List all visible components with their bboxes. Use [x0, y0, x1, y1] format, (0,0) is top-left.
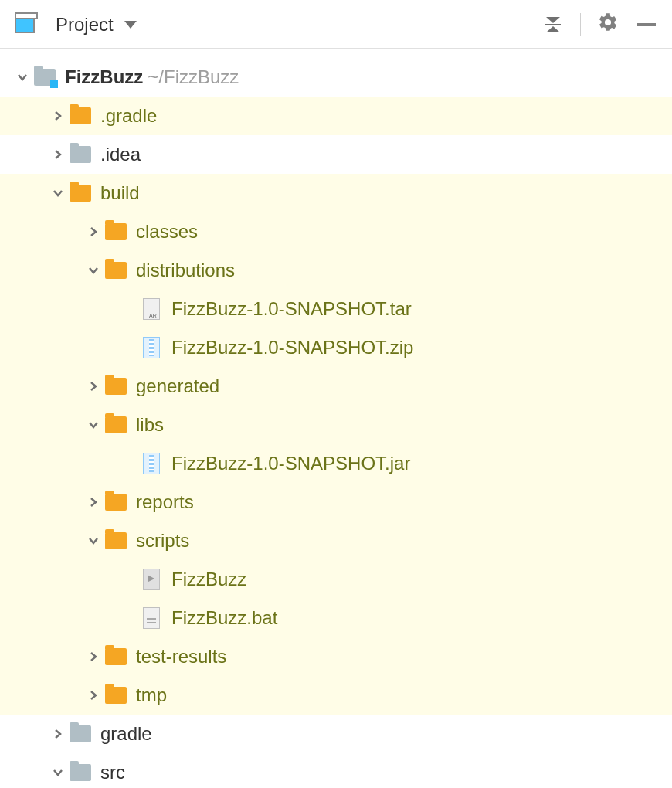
- tree-node-script-bat[interactable]: FizzBuzz.bat: [0, 599, 672, 637]
- node-label: classes: [136, 221, 198, 243]
- expand-arrow-icon[interactable]: [82, 650, 105, 663]
- folder-icon: [70, 107, 91, 125]
- expand-arrow-icon[interactable]: [82, 496, 105, 508]
- expand-arrow-icon[interactable]: [82, 380, 105, 392]
- folder-icon: [105, 222, 127, 241]
- folder-icon: [70, 184, 91, 202]
- tree-node-build[interactable]: build: [0, 174, 672, 212]
- zip-file-icon: [141, 338, 162, 357]
- expand-arrow-icon[interactable]: [46, 148, 70, 161]
- project-selector[interactable]: Project: [14, 14, 137, 36]
- gear-icon: [597, 12, 619, 38]
- node-label: gradle: [100, 723, 152, 745]
- node-label: FizzBuzz-1.0-SNAPSHOT.jar: [171, 453, 410, 474]
- folder-icon: [105, 493, 127, 511]
- folder-icon: [70, 763, 91, 782]
- expand-arrow-icon[interactable]: [82, 689, 105, 701]
- node-label: reports: [136, 491, 194, 513]
- shell-file-icon: [141, 570, 162, 589]
- project-panel-header: Project: [0, 0, 672, 49]
- folder-icon: [105, 416, 127, 434]
- node-label: FizzBuzz: [65, 66, 143, 88]
- node-label: tmp: [136, 684, 167, 706]
- jar-file-icon: [141, 454, 162, 473]
- tree-node-dist-tar[interactable]: FizzBuzz-1.0-SNAPSHOT.tar: [0, 290, 672, 328]
- folder-icon: [105, 261, 127, 280]
- expand-arrow-icon[interactable]: [46, 766, 70, 779]
- folder-icon: [105, 532, 127, 550]
- expand-arrow-icon[interactable]: [82, 226, 105, 238]
- folder-icon: [105, 377, 127, 396]
- tree-node-test-results[interactable]: test-results: [0, 637, 672, 676]
- tree-node-classes[interactable]: classes: [0, 212, 672, 251]
- expand-arrow-icon[interactable]: [82, 264, 105, 277]
- folder-icon: [70, 725, 91, 743]
- node-label: .idea: [100, 144, 141, 165]
- tree-node-gradle[interactable]: gradle: [0, 715, 672, 753]
- folder-icon: [70, 145, 91, 164]
- tree-node-generated[interactable]: generated: [0, 367, 672, 406]
- expand-arrow-icon[interactable]: [82, 535, 105, 547]
- tree-node-idea[interactable]: .idea: [0, 135, 672, 174]
- settings-button[interactable]: [596, 13, 619, 36]
- node-label: scripts: [136, 530, 189, 552]
- minimize-icon: [637, 23, 656, 26]
- tree-node-scripts[interactable]: scripts: [0, 521, 672, 560]
- node-label: .gradle: [100, 105, 157, 127]
- node-label: src: [100, 762, 125, 783]
- tree-node-script-sh[interactable]: FizzBuzz: [0, 560, 672, 599]
- node-path: ~/FizzBuzz: [148, 66, 239, 88]
- minimize-button[interactable]: [635, 13, 658, 36]
- node-label: FizzBuzz.bat: [171, 607, 277, 629]
- expand-arrow-icon[interactable]: [11, 71, 34, 83]
- tree-node-dist-zip[interactable]: FizzBuzz-1.0-SNAPSHOT.zip: [0, 328, 672, 367]
- node-label: distributions: [136, 260, 235, 281]
- folder-icon: [105, 647, 127, 666]
- tree-node-gradle-dot[interactable]: .gradle: [0, 97, 672, 135]
- node-label: test-results: [136, 646, 226, 667]
- divider: [580, 13, 581, 36]
- node-label: libs: [136, 414, 164, 436]
- dropdown-arrow-icon: [124, 21, 137, 29]
- node-label: FizzBuzz-1.0-SNAPSHOT.tar: [171, 298, 412, 320]
- tree-node-libs[interactable]: libs: [0, 406, 672, 444]
- expand-arrow-icon[interactable]: [46, 110, 70, 122]
- tar-file-icon: [141, 300, 162, 318]
- node-label: generated: [136, 375, 219, 397]
- node-label: FizzBuzz: [171, 569, 246, 590]
- project-tree: FizzBuzz ~/FizzBuzz .gradle .idea build …: [0, 49, 672, 788]
- text-file-icon: [141, 609, 162, 627]
- node-label: FizzBuzz-1.0-SNAPSHOT.zip: [171, 337, 413, 358]
- expand-arrow-icon[interactable]: [46, 728, 70, 740]
- project-title: Project: [56, 14, 114, 36]
- tree-node-root[interactable]: FizzBuzz ~/FizzBuzz: [0, 58, 672, 97]
- collapse-all-icon: [544, 15, 562, 34]
- expand-arrow-icon[interactable]: [46, 187, 70, 199]
- tree-node-libs-jar[interactable]: FizzBuzz-1.0-SNAPSHOT.jar: [0, 444, 672, 483]
- node-label: build: [100, 182, 140, 204]
- folder-icon: [105, 686, 127, 705]
- tree-node-tmp[interactable]: tmp: [0, 676, 672, 715]
- tree-node-reports[interactable]: reports: [0, 483, 672, 521]
- tree-node-src[interactable]: src: [0, 753, 672, 788]
- collapse-all-button[interactable]: [541, 13, 565, 36]
- tree-node-distributions[interactable]: distributions: [0, 251, 672, 290]
- project-icon: [14, 15, 36, 34]
- expand-arrow-icon[interactable]: [82, 419, 105, 431]
- module-folder-icon: [34, 68, 56, 87]
